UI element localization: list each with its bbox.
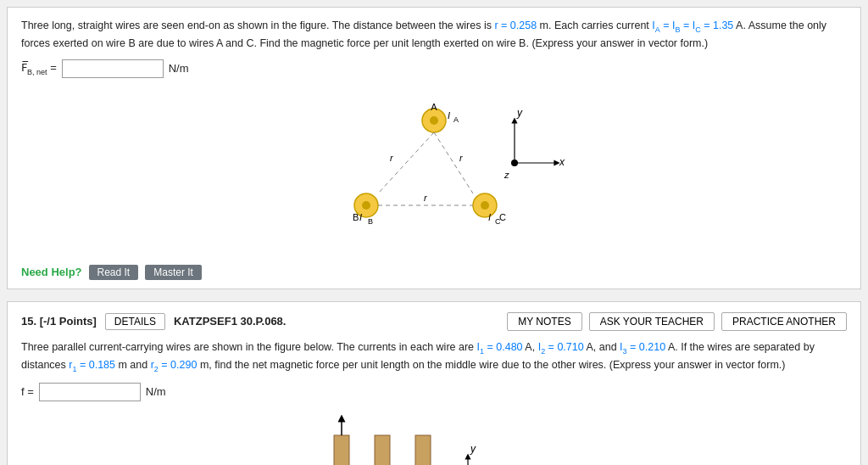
svg-text:I: I <box>448 110 450 120</box>
svg-text:I: I <box>488 212 491 222</box>
diagram-svg-top: A I A B I B I C C r <box>298 87 570 256</box>
diagram-top: A I A B I B I C C r <box>21 87 847 256</box>
svg-point-11 <box>481 201 489 210</box>
svg-text:x: x <box>559 156 565 168</box>
r2-value: r2 = 0.290 <box>151 359 198 371</box>
problem15-number: 15. [-/1 Points] <box>21 315 97 328</box>
my-notes-button[interactable]: MY NOTES <box>507 312 581 331</box>
r1-value: r1 = 0.185 <box>69 359 115 371</box>
problem-top-description: Three long, straight wires are seen end-… <box>21 18 847 53</box>
svg-text:A: A <box>431 102 437 112</box>
problem15-description: Three parallel current-carrying wires ar… <box>21 339 847 376</box>
problem15-header: 15. [-/1 Points] DETAILS KATZPSEF1 30.P.… <box>21 312 847 331</box>
answer-input-top[interactable] <box>62 59 164 78</box>
svg-text:y: y <box>516 107 523 119</box>
problem15-block: 15. [-/1 Points] DETAILS KATZPSEF1 30.P.… <box>7 301 861 465</box>
current-value: IA = IB = IC = 1.35 <box>652 20 733 31</box>
svg-text:r: r <box>424 193 428 203</box>
svg-point-6 <box>362 201 370 210</box>
details-button[interactable]: DETAILS <box>105 313 165 330</box>
r-value: r = 0.258 <box>494 20 537 31</box>
svg-line-15 <box>378 132 434 193</box>
diagram-svg-15: I 1 I 2 I 3 r 1 r <box>290 410 578 465</box>
read-it-button[interactable]: Read It <box>89 265 139 280</box>
answer-label-15: f = <box>21 385 34 398</box>
svg-point-25 <box>511 160 518 166</box>
diagram-15: I 1 I 2 I 3 r 1 r <box>21 410 847 465</box>
svg-text:C: C <box>499 212 506 222</box>
answer-row-15: f = N/m <box>21 383 847 401</box>
svg-text:r: r <box>459 153 464 163</box>
svg-text:z: z <box>504 170 509 180</box>
svg-rect-27 <box>334 435 349 465</box>
i1-value: I1 = 0.480 <box>477 341 523 353</box>
answer-label-top: F̅B, net = <box>21 61 57 76</box>
problem-top-block: Three long, straight wires are seen end-… <box>7 7 861 289</box>
svg-text:r: r <box>390 153 394 163</box>
svg-text:B: B <box>353 212 359 222</box>
svg-point-1 <box>430 116 438 125</box>
svg-text:A: A <box>453 115 459 124</box>
svg-text:B: B <box>368 217 373 226</box>
practice-another-button[interactable]: PRACTICE ANOTHER <box>721 312 847 331</box>
need-help-row: Need Help? Read It Master It <box>21 261 847 280</box>
answer-row-top: F̅B, net = N/m <box>21 59 847 78</box>
unit-top: N/m <box>169 62 189 75</box>
problem15-code: KATZPSEF1 30.P.068. <box>174 315 286 328</box>
svg-text:y: y <box>470 443 476 455</box>
ask-teacher-button[interactable]: ASK YOUR TEACHER <box>589 312 715 331</box>
svg-rect-31 <box>375 435 390 465</box>
unit-15: N/m <box>146 385 166 398</box>
svg-text:I: I <box>359 212 362 222</box>
svg-rect-35 <box>415 435 431 465</box>
page-container: Three long, straight wires are seen end-… <box>0 0 868 465</box>
header-buttons: MY NOTES ASK YOUR TEACHER PRACTICE ANOTH… <box>507 312 847 331</box>
i2-value: I2 = 0.710 <box>538 341 584 353</box>
need-help-label: Need Help? <box>21 266 82 278</box>
master-it-button[interactable]: Master It <box>145 265 202 280</box>
svg-line-16 <box>434 132 473 193</box>
i3-value: I3 = 0.210 <box>620 341 665 353</box>
answer-input-15[interactable] <box>39 383 141 401</box>
